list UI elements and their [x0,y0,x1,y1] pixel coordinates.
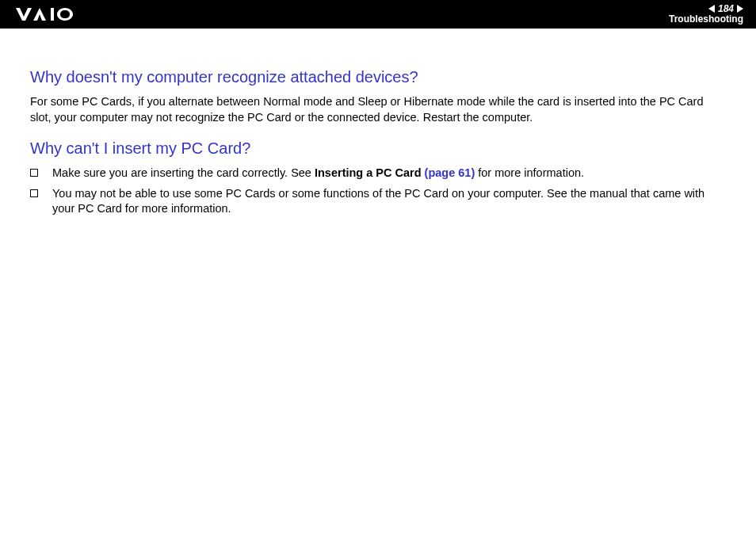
bullet-text-1: Make sure you are inserting the card cor… [52,166,726,181]
paragraph-recognize-devices: For some PC Cards, if you alternate betw… [30,94,726,125]
page-link[interactable]: (page 61) [425,166,475,179]
svg-rect-0 [51,8,54,21]
nav-next-icon[interactable] [737,5,743,13]
bullet-icon [30,189,38,197]
list-item: Make sure you are inserting the card cor… [30,166,726,181]
heading-insert-pc-card: Why can't I insert my PC Card? [30,139,726,158]
section-name: Troubleshooting [669,14,743,25]
bullet-text-2: You may not be able to use some PC Cards… [52,186,726,217]
header-right: 184 Troubleshooting [669,4,743,25]
bullet-prefix: Make sure you are inserting the card cor… [52,166,315,179]
list-item: You may not be able to use some PC Cards… [30,186,726,217]
nav-prev-icon[interactable] [708,5,715,13]
bullet-suffix: for more information. [475,166,584,179]
bullet-icon [30,169,38,177]
bullet-bold: Inserting a PC Card [315,166,425,179]
header-bar: 184 Troubleshooting [0,0,756,29]
vaio-logo [16,6,87,22]
bullet-list: Make sure you are inserting the card cor… [30,166,726,217]
content-area: Why doesn't my computer recognize attach… [0,29,756,217]
heading-recognize-devices: Why doesn't my computer recognize attach… [30,68,726,86]
